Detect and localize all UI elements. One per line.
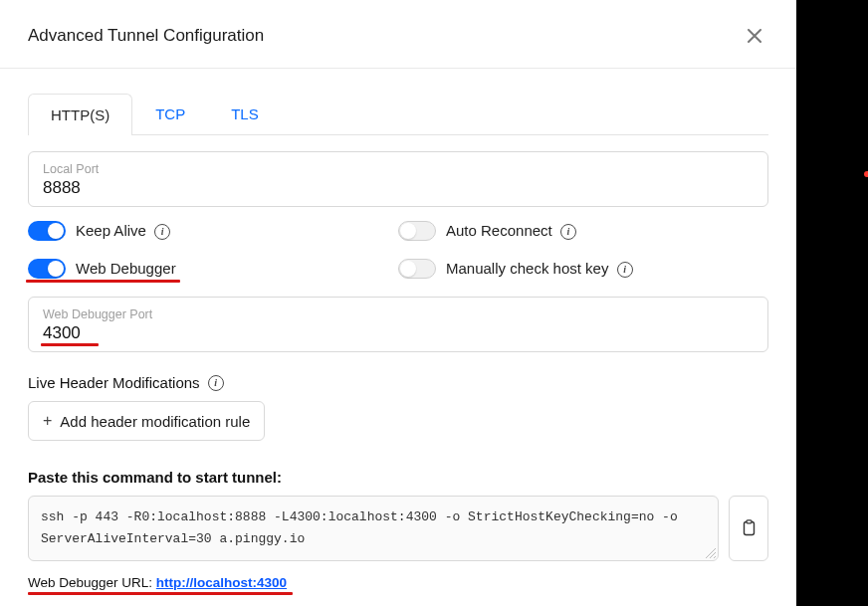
local-port-label: Local Port [43, 162, 754, 176]
command-textarea[interactable]: ssh -p 443 -R0:localhost:8888 -L4300:loc… [28, 496, 719, 561]
close-icon [746, 27, 763, 45]
info-icon[interactable]: i [208, 375, 224, 391]
protocol-tabs: HTTP(S) TCP TLS [28, 93, 768, 135]
annotation-underline [41, 343, 99, 346]
tunnel-config-panel: Advanced Tunnel Configuration HTTP(S) TC… [0, 0, 796, 606]
toggles-group: Keep Alive i Auto Reconnect i Web Debugg… [28, 221, 768, 279]
web-debugger-port-value: 4300 [43, 323, 81, 343]
annotation-underline [28, 592, 293, 595]
local-port-value: 8888 [43, 178, 754, 198]
close-button[interactable] [741, 22, 768, 50]
tab-https[interactable]: HTTP(S) [28, 94, 132, 135]
info-icon[interactable]: i [154, 224, 170, 240]
auto-reconnect-row: Auto Reconnect i [398, 221, 768, 241]
clipboard-icon [741, 519, 757, 537]
svg-rect-0 [745, 522, 755, 535]
web-debugger-port-label: Web Debugger Port [43, 307, 754, 321]
plus-icon: + [43, 412, 52, 430]
command-row: ssh -p 443 -R0:localhost:8888 -L4300:loc… [28, 496, 768, 561]
host-key-toggle[interactable] [398, 259, 436, 279]
svg-rect-1 [747, 520, 752, 523]
web-debugger-row: Web Debugger [28, 259, 398, 279]
command-value: ssh -p 443 -R0:localhost:8888 -L4300:loc… [41, 509, 678, 546]
copy-button[interactable] [729, 496, 768, 561]
dark-strip [796, 0, 868, 606]
dialog-header: Advanced Tunnel Configuration [28, 22, 768, 50]
keep-alive-toggle[interactable] [28, 221, 66, 241]
info-icon[interactable]: i [560, 224, 576, 240]
web-debugger-url-label: Web Debugger URL: [28, 575, 156, 590]
command-title: Paste this command to start tunnel: [28, 469, 768, 486]
web-debugger-port-field[interactable]: Web Debugger Port 4300 [28, 297, 768, 352]
web-debugger-url-link[interactable]: http://localhost:4300 [156, 575, 287, 590]
resize-handle-icon [704, 546, 716, 558]
web-debugger-label: Web Debugger [76, 260, 176, 279]
tab-tcp[interactable]: TCP [132, 93, 208, 134]
dialog-title: Advanced Tunnel Configuration [28, 26, 264, 46]
tab-tls[interactable]: TLS [208, 93, 282, 134]
host-key-row: Manually check host key i [398, 259, 768, 279]
auto-reconnect-label: Auto Reconnect i [446, 222, 576, 240]
live-headers-label: Live Header Modifications i [28, 374, 768, 391]
red-dot [864, 171, 868, 177]
keep-alive-label: Keep Alive i [76, 222, 170, 240]
host-key-label: Manually check host key i [446, 260, 633, 278]
auto-reconnect-toggle[interactable] [398, 221, 436, 241]
web-debugger-url-row: Web Debugger URL: http://localhost:4300 [28, 575, 287, 590]
web-debugger-toggle[interactable] [28, 259, 66, 279]
info-icon[interactable]: i [617, 262, 633, 278]
local-port-field[interactable]: Local Port 8888 [28, 151, 768, 207]
add-header-rule-button[interactable]: + Add header modification rule [28, 401, 265, 441]
header-divider [0, 68, 796, 69]
add-rule-label: Add header modification rule [60, 413, 250, 430]
keep-alive-row: Keep Alive i [28, 221, 398, 241]
annotation-underline [26, 280, 180, 283]
